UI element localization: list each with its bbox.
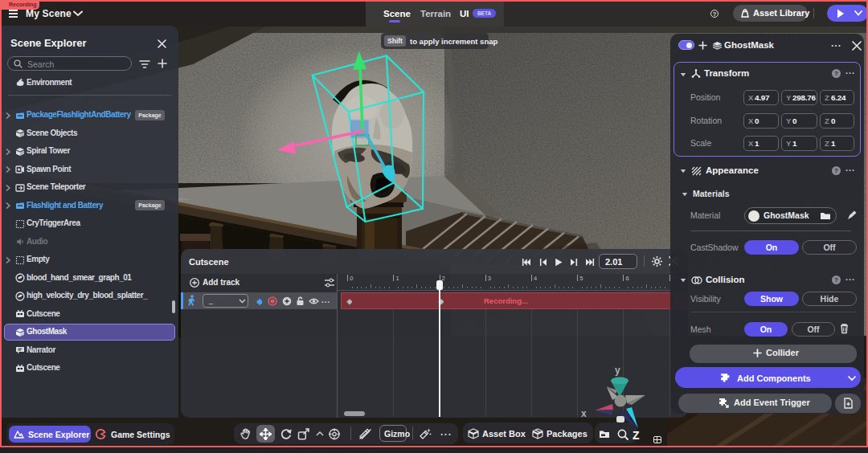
svg-text:Z: Z bbox=[633, 429, 640, 442]
svg-text:y: y bbox=[615, 365, 620, 376]
svg-text:x: x bbox=[581, 408, 587, 419]
